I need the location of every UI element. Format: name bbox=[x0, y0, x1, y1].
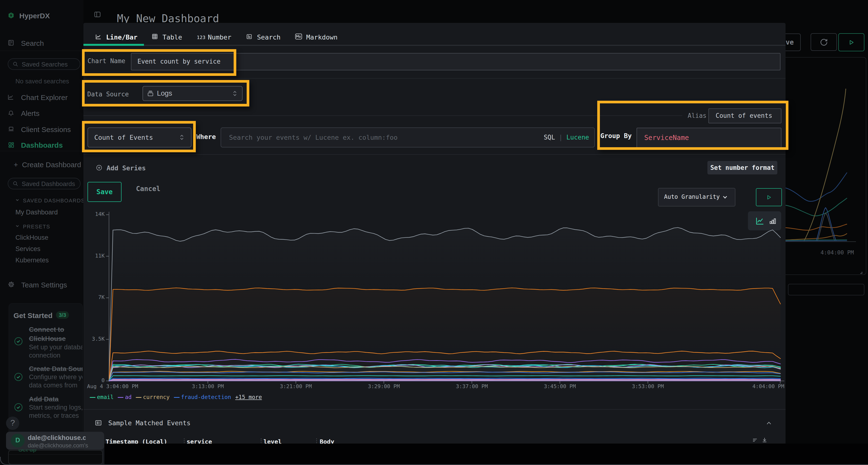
sidebar: HyperDX Search Saved Searches No saved s… bbox=[0, 0, 84, 465]
saved-searches-input[interactable]: Saved Searches bbox=[8, 58, 80, 70]
download-icon[interactable] bbox=[762, 437, 768, 443]
saved-dashboards-section-chevron[interactable] bbox=[15, 198, 20, 203]
sidebar-item-dashboards[interactable]: Dashboards bbox=[21, 141, 63, 150]
sidebar-item-search[interactable]: Search bbox=[21, 39, 44, 47]
screen: HyperDX Search Saved Searches No saved s… bbox=[0, 0, 868, 465]
sidebar-toggle-icon[interactable] bbox=[94, 10, 101, 18]
where-search-placeholder: Search your events w/ Lucene ex. column:… bbox=[229, 134, 398, 141]
sidebar-divider-mid bbox=[0, 151, 84, 151]
legend-item-email[interactable]: email bbox=[97, 394, 114, 400]
get-started-item-desc: metrics, or traces bbox=[29, 412, 79, 420]
x-tick-label: 4:04:00 PM bbox=[712, 383, 784, 389]
team-settings-gear-icon bbox=[8, 281, 15, 288]
x-tick-label: 3:45:00 PM bbox=[524, 383, 596, 389]
get-started-item-desc: data comes from bbox=[29, 381, 78, 389]
where-search-input[interactable]: Search your events w/ Lucene ex. column:… bbox=[221, 128, 595, 147]
collapse-chevron-icon[interactable] bbox=[766, 421, 772, 426]
get-started-item-title[interactable]: ClickHouse bbox=[29, 335, 66, 343]
legend-item-currency[interactable]: currency bbox=[143, 394, 170, 400]
highlight-box-aggregation bbox=[82, 121, 196, 152]
tab-markdown[interactable]: Markdown bbox=[306, 33, 338, 41]
create-dashboard-button[interactable]: + Create Dashboard bbox=[14, 161, 81, 169]
column-separator[interactable]: ⋮ bbox=[258, 437, 264, 444]
search-tab-icon bbox=[246, 33, 252, 40]
background-dashboard-chart bbox=[781, 48, 868, 315]
client-sessions-laptop-icon bbox=[7, 126, 15, 132]
sidebar-item-services[interactable]: Services bbox=[16, 245, 40, 253]
sql-toggle[interactable]: SQL bbox=[544, 134, 555, 141]
sidebar-item-chart-explorer[interactable]: Chart Explorer bbox=[21, 94, 67, 102]
legend-item-fraud-detection[interactable]: fraud-detection bbox=[181, 394, 231, 400]
timeseries-chart[interactable] bbox=[84, 192, 785, 405]
legend-dash bbox=[118, 397, 123, 398]
x-tick-label: 3:21:00 PM bbox=[260, 383, 332, 389]
get-started-item-title[interactable]: Add Data bbox=[29, 395, 59, 403]
tab-number[interactable]: Number bbox=[208, 33, 231, 41]
sidebar-item-alerts[interactable]: Alerts bbox=[21, 109, 39, 118]
lucene-toggle[interactable]: Lucene bbox=[566, 134, 589, 141]
legend-dash bbox=[136, 397, 142, 398]
sidebar-item-team-settings[interactable]: Team Settings bbox=[21, 281, 67, 289]
tab-line-bar[interactable]: Line/Bar bbox=[106, 33, 137, 41]
x-tick-label: 3:13:00 PM bbox=[172, 383, 244, 389]
chart-legend: emailadcurrencyfraud-detection+15 more bbox=[84, 393, 785, 403]
section-saved-dashboards[interactable]: SAVED DASHBOARDS bbox=[23, 198, 84, 204]
get-started-item-title[interactable]: Connect to bbox=[29, 326, 64, 333]
saved-dashboards-input[interactable]: Saved Dashboards bbox=[8, 178, 81, 189]
help-button[interactable]: ? bbox=[6, 417, 19, 430]
get-started-item-desc: Set up your database bbox=[29, 343, 83, 351]
plus-icon: + bbox=[14, 161, 18, 169]
active-tab-underline bbox=[84, 44, 144, 46]
row-divider bbox=[84, 78, 785, 78]
search-icon bbox=[12, 181, 18, 187]
markdown-tab-icon bbox=[295, 33, 302, 39]
avatar-letter: D bbox=[11, 437, 25, 444]
y-tick-label: 0 bbox=[84, 377, 105, 383]
tab-table[interactable]: Table bbox=[162, 33, 182, 41]
get-started-item-desc: connection bbox=[29, 352, 61, 359]
x-tick-label: 3:37:00 PM bbox=[436, 383, 508, 389]
highlight-box-data-source bbox=[82, 80, 249, 106]
highlight-box-chart-name bbox=[82, 49, 236, 76]
sidebar-item-clickhouse[interactable]: ClickHouse bbox=[16, 234, 49, 241]
row-divider bbox=[84, 154, 785, 155]
check-circle-icon bbox=[14, 337, 23, 346]
saved-searches-placeholder: Saved Searches bbox=[22, 61, 68, 68]
get-started-item-title[interactable]: Create Data Source bbox=[29, 365, 83, 373]
where-label: Where bbox=[196, 133, 216, 140]
section-presets[interactable]: PRESETS bbox=[23, 224, 50, 230]
brand-name: HyperDX bbox=[19, 12, 50, 20]
alerts-bell-icon bbox=[8, 110, 14, 117]
add-series-label: Add Series bbox=[106, 164, 146, 172]
line-bar-tab-icon bbox=[95, 33, 102, 40]
search-nav-icon bbox=[7, 39, 14, 46]
y-tick-label: 7K bbox=[84, 294, 105, 300]
number-tab-icon: 123 bbox=[197, 34, 206, 40]
x-tick-label: Aug 4 3:04:00 PM bbox=[87, 383, 138, 389]
legend-more-link[interactable]: +15 more bbox=[235, 394, 262, 400]
column-separator[interactable]: ⋮ bbox=[314, 437, 319, 444]
tabbar-border bbox=[84, 45, 785, 46]
row-divider bbox=[84, 115, 682, 116]
legend-item-ad[interactable]: ad bbox=[125, 394, 132, 400]
x-tick-label: 3:53:00 PM bbox=[612, 383, 684, 389]
refresh-icon bbox=[819, 37, 829, 47]
set-number-format-button[interactable]: Set number format bbox=[707, 161, 777, 174]
sidebar-item-my-dashboard[interactable]: My Dashboard bbox=[16, 209, 58, 216]
presets-section-chevron[interactable] bbox=[15, 224, 20, 229]
sidebar-item-client-sessions[interactable]: Client Sessions bbox=[21, 126, 71, 134]
user-org: dale@clickhouse.com's Team bbox=[28, 442, 89, 449]
user-chip[interactable]: D dale@clickhouse.com dale@clickhouse.co… bbox=[6, 432, 104, 450]
resize-handle-icon[interactable] bbox=[858, 270, 863, 274]
check-circle-icon bbox=[14, 403, 23, 412]
sidebar-divider-top bbox=[0, 51, 84, 51]
column-separator[interactable]: ⋮ bbox=[181, 437, 187, 444]
tab-search[interactable]: Search bbox=[257, 33, 281, 41]
row-height-icon[interactable] bbox=[752, 437, 758, 443]
legend-dash bbox=[90, 397, 95, 398]
sidebar-item-kubernetes[interactable]: Kubernetes bbox=[16, 257, 49, 264]
background-chart-time-label: 4:04:00 PM bbox=[820, 250, 854, 256]
legend-dash bbox=[174, 397, 180, 398]
table-tab-icon bbox=[151, 33, 158, 40]
get-started-badge: 3/3 bbox=[56, 311, 69, 319]
